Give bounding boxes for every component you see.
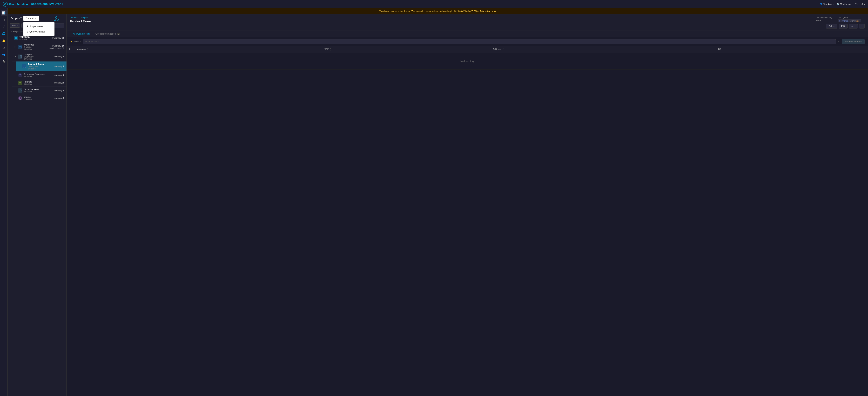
detail-right: Committed Query None Draft Query Hostnam… [815, 17, 865, 29]
sidebar-item-security[interactable]: 🛡 [1, 24, 7, 30]
product-scope-icon [22, 64, 26, 68]
table-header-row: ⚗ Hostname ▲▼ VRF ▲▼ Address [67, 46, 868, 53]
expand-icon[interactable] [14, 97, 17, 99]
scope-list: ▼ Tetration 5 Children Inventory: 59 [8, 34, 66, 396]
scope-name: Product Team [28, 63, 52, 66]
filter-funnel-icon[interactable]: ⚗ [68, 48, 70, 51]
query-field: Hostname [839, 20, 848, 22]
committed-query-label: Committed Query [815, 17, 832, 19]
hostname-sort-icon: ▲▼ [87, 48, 88, 51]
query-changes-count: 8 [27, 30, 28, 33]
cloud-scope-icon [18, 88, 22, 93]
scope-moves-count: 2 [27, 25, 28, 28]
breadcrumb: Tetration : Campus [70, 17, 91, 19]
svg-point-14 [19, 47, 20, 48]
help-btn[interactable]: ? ▾ [855, 3, 859, 5]
hostname-col-header[interactable]: Hostname ▲▼ [73, 46, 322, 53]
tab-all-inventory[interactable]: All Inventory 0 [70, 31, 93, 37]
sidebar-item-scopes[interactable]: ⊞ [1, 17, 7, 23]
vrf-col-header[interactable]: VRF ▲▼ [322, 46, 490, 53]
scope-moves-item[interactable]: 2 Scope Moves [24, 24, 54, 29]
delete-button[interactable]: Delete [826, 24, 837, 29]
commit-chevron-icon: ▾ [35, 17, 36, 20]
monitoring-label: Monitoring [840, 3, 850, 5]
scope-info: Temporary Employee 0 Children [24, 73, 52, 78]
scope-draft: Draft Query [24, 46, 48, 48]
draft-query-label: Draft Query [838, 17, 861, 19]
top-nav: Cisco Tetration SCOPES AND INVENTORY 👤 T… [0, 0, 868, 8]
svg-rect-2 [53, 15, 60, 22]
scopes-title-label: Scopes [10, 17, 20, 20]
tab-overlapping-label: Overlapping Scopes [95, 32, 116, 35]
list-item[interactable]: Partners 0 Children Inventory: 0 [12, 79, 66, 87]
scopes-title[interactable]: Scopes ▾ [10, 17, 22, 20]
app-logo[interactable]: Cisco Tetration [3, 2, 28, 7]
expand-icon[interactable] [14, 89, 17, 92]
scope-inventory: Inventory: 0 [54, 89, 64, 92]
edit-button[interactable]: Edit [839, 24, 847, 29]
expand-icon[interactable] [14, 74, 17, 77]
sidebar-item-users[interactable]: 👥 [1, 52, 7, 58]
commit-button[interactable]: Commit ▾ [23, 16, 39, 21]
tenant-selector[interactable]: 👤 Tetration ▾ [820, 3, 834, 5]
inventory-table: ⚗ Hostname ▲▼ VRF ▲▼ Address [67, 46, 868, 396]
breadcrumb-root-link[interactable]: Tetration [70, 17, 78, 19]
expand-icon[interactable]: ▼ [14, 55, 17, 58]
scope-info: Tetration 5 Children [20, 36, 51, 40]
tab-all-inventory-label: All Inventory [73, 32, 85, 35]
more-button[interactable]: ⋮ [859, 24, 865, 29]
scope-children: 0 Children [24, 75, 52, 78]
clear-filter-button[interactable]: ✕ [838, 40, 840, 43]
expand-icon[interactable]: ▶ [14, 45, 17, 48]
workloads-scope-icon [18, 45, 22, 49]
search-inventory-button[interactable]: Search Inventory [842, 39, 865, 44]
address-col-header[interactable]: Address ▲▼ [490, 46, 715, 53]
expand-icon[interactable] [18, 65, 21, 68]
os-sort-icon: ▲▼ [722, 48, 724, 51]
list-item[interactable]: Internet Draft Query Inventory: 3 [12, 94, 66, 102]
filter-button[interactable]: Filter ? [10, 24, 20, 28]
svg-rect-19 [22, 64, 26, 68]
svg-rect-23 [18, 81, 22, 85]
filters-label: ⚡ Filters ? [70, 40, 81, 43]
list-item[interactable]: Product Team Draft Query 0 Children Inve… [16, 61, 66, 71]
scope-info: Campus Draft Query 2 Children [24, 53, 52, 60]
sidebar-item-dashboard[interactable]: 📊 [1, 10, 7, 16]
expand-icon[interactable]: ▼ [10, 37, 12, 39]
partners-scope-icon [18, 81, 22, 85]
expand-icon[interactable] [14, 82, 17, 84]
filters-help-icon: ? [80, 40, 81, 43]
query-op: contains [848, 20, 856, 22]
committed-query-value: None [815, 19, 832, 22]
filter-label: Filter [12, 24, 16, 27]
scopes-panel: Scopes ▾ Commit ▾ 2 Scope Moves [8, 14, 67, 396]
list-item[interactable]: Cloud Services 0 Children Inventory: 0 [12, 87, 66, 94]
settings-btn[interactable]: ⚙ ▾ [861, 3, 865, 5]
scope-name: Partners [24, 81, 52, 83]
list-item[interactable]: ▶ Workloads Draft Query 9 Children [12, 42, 66, 52]
monitoring-selector[interactable]: 📡 Monitoring ▾ [837, 3, 852, 5]
list-item[interactable]: ▼ Campus Draft Query 2 Children [12, 52, 66, 61]
sidebar-item-network[interactable]: 🌐 [1, 31, 7, 37]
scope-children: 0 Children [24, 91, 52, 93]
sidebar-item-notifications[interactable]: 🔔 [1, 37, 7, 44]
commit-dropdown: Commit ▾ 2 Scope Moves 8 Query Changes [23, 16, 39, 21]
attribute-input[interactable] [83, 39, 836, 44]
list-item[interactable]: Temporary Employee 0 Children Inventory:… [12, 71, 66, 79]
detail-actions: Delete Edit Add [826, 24, 858, 29]
internet-scope-icon [18, 96, 22, 100]
all-inventory-badge: 0 [87, 33, 90, 35]
tab-overlapping-scopes[interactable]: Overlapping Scopes 0 [93, 31, 123, 37]
add-button[interactable]: Add [849, 24, 858, 29]
sidebar-item-plugins[interactable]: 🔌 [1, 58, 7, 65]
query-changes-label: Query Changes [30, 30, 45, 33]
nav-right-items: 👤 Tetration ▾ 📡 Monitoring ▾ ? ▾ ⚙ ▾ [820, 3, 865, 5]
breadcrumb-parent-link[interactable]: Campus [80, 17, 88, 19]
sidebar-item-settings2[interactable]: ⚙ [1, 44, 7, 51]
license-action-link[interactable]: Take action now. [479, 10, 496, 12]
temp-scope-icon [18, 73, 22, 77]
svg-point-1 [5, 4, 5, 4]
scope-info: Internet Draft Query [24, 96, 52, 100]
os-col-header[interactable]: OS ▲▼ [715, 46, 868, 53]
query-changes-item[interactable]: 8 Query Changes [24, 29, 54, 34]
